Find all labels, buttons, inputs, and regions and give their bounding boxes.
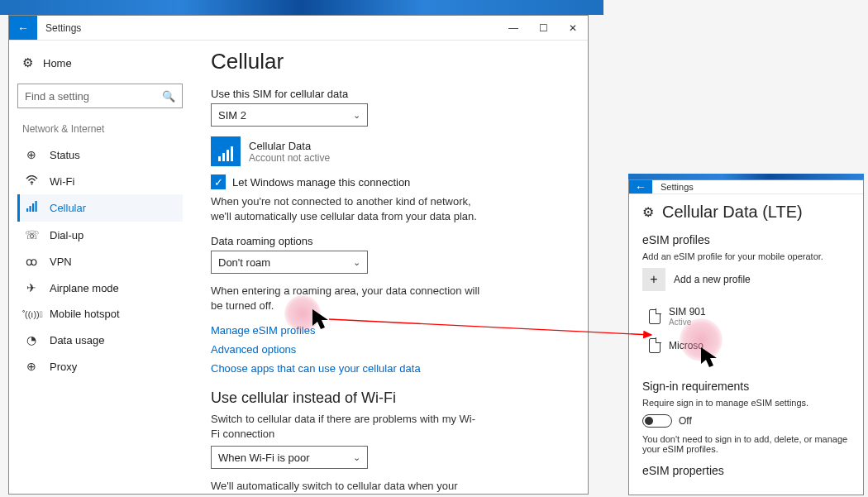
gear-icon: ⚙ — [642, 204, 654, 220]
toggle-label: Off — [679, 415, 692, 427]
chevron-down-icon: ⌄ — [353, 110, 360, 121]
sidebar-item-status[interactable]: ⊕ Status — [17, 141, 183, 168]
help-text: When entering a roaming area, your data … — [211, 284, 484, 313]
back-button[interactable]: ← — [9, 16, 37, 40]
minimize-button[interactable]: — — [498, 16, 528, 40]
link-manage-esim[interactable]: Manage eSIM profiles — [211, 324, 568, 337]
esim-profile-row[interactable]: SIM 901 Active — [642, 303, 850, 335]
sidebar-item-datausage[interactable]: ◔ Data usage — [17, 327, 183, 353]
chevron-down-icon: ⌄ — [353, 257, 360, 268]
cellular-icon — [25, 201, 38, 215]
sim-icon — [649, 338, 661, 353]
wifi-icon — [25, 174, 38, 188]
sim-icon — [649, 309, 661, 324]
content-pane: Cellular Use this SIM for cellular data … — [191, 41, 588, 494]
sidebar-item-label: Wi-Fi — [50, 175, 74, 188]
plus-icon: + — [642, 268, 665, 291]
sidebar-item-label: Mobile hotspot — [50, 308, 120, 320]
checkbox-label: Let Windows manage this connection — [232, 176, 410, 189]
signal-icon — [211, 136, 241, 166]
roaming-select-value: Don't roam — [218, 256, 270, 269]
esim-settings-window: ← Settings ⚙ Cellular Data (LTE) eSIM pr… — [628, 179, 864, 495]
sidebar-item-label: VPN — [50, 256, 72, 268]
sidebar-item-dialup[interactable]: ☏ Dial-up — [17, 222, 183, 248]
sidebar-item-wifi[interactable]: Wi-Fi — [17, 168, 183, 194]
sidebar-item-airplane[interactable]: ✈ Airplane mode — [17, 275, 183, 301]
field-label: Switch to cellular data if there are pro… — [211, 412, 484, 441]
sim-select-value: SIM 2 — [218, 109, 246, 122]
window-title: Settings — [37, 22, 81, 34]
sidebar-item-label: Dial-up — [50, 229, 83, 241]
search-icon: 🔍 — [162, 90, 175, 103]
sidebar-item-label: Cellular — [50, 202, 86, 214]
chevron-down-icon: ⌄ — [353, 452, 360, 463]
esim-profile-name: SIM 901 — [669, 306, 706, 318]
sim-select-label: Use this SIM for cellular data — [211, 88, 568, 100]
datausage-icon: ◔ — [25, 333, 38, 346]
page-heading: ⚙ Cellular Data (LTE) — [642, 203, 850, 222]
svg-rect-1 — [26, 208, 28, 212]
help-text: You don't need to sign in to add, delete… — [642, 434, 850, 454]
esim-profile-row[interactable]: Microso — [642, 335, 850, 361]
vpn-icon: ꝏ — [25, 255, 38, 268]
page-heading: Cellular — [211, 49, 568, 74]
section-heading: eSIM profiles — [642, 233, 850, 246]
gear-icon: ⚙ — [22, 55, 33, 70]
sidebar-item-proxy[interactable]: ⊕ Proxy — [17, 353, 183, 380]
sidebar-item-hotspot[interactable]: 〬((ı))〬 Mobile hotspot — [17, 301, 183, 327]
proxy-icon: ⊕ — [25, 360, 38, 373]
sidebar-item-label: Proxy — [50, 361, 77, 373]
desktop-wallpaper-strip — [0, 0, 603, 15]
link-choose-apps[interactable]: Choose apps that can use your cellular d… — [211, 362, 568, 375]
help-text: Require sign in to manage eSIM settings. — [642, 398, 850, 408]
airplane-icon: ✈ — [25, 281, 38, 294]
sidebar-item-label: Home — [43, 57, 72, 69]
sidebar-section-label: Network & Internet — [17, 120, 183, 141]
close-button[interactable]: ✕ — [558, 16, 588, 40]
esim-profile-name: Microso — [669, 340, 703, 351]
section-heading: Use cellular instead of Wi-Fi — [211, 389, 568, 407]
window-title: Settings — [652, 182, 694, 192]
sidebar-item-home[interactable]: ⚙ Home — [17, 49, 183, 77]
sidebar-item-label: Data usage — [50, 334, 105, 346]
wifi-fallback-value: When Wi-Fi is poor — [218, 452, 310, 464]
titlebar: ← Settings — ☐ ✕ — [9, 16, 588, 41]
content-pane: ⚙ Cellular Data (LTE) eSIM profiles Add … — [629, 194, 863, 495]
sidebar-item-vpn[interactable]: ꝏ VPN — [17, 248, 183, 275]
sidebar-item-cellular[interactable]: Cellular — [17, 194, 183, 222]
cellular-data-tile[interactable]: Cellular Data Account not active — [211, 136, 568, 166]
cellular-data-status: Account not active — [249, 152, 330, 164]
svg-point-0 — [31, 184, 32, 185]
svg-rect-4 — [36, 201, 37, 212]
search-input[interactable]: Find a setting 🔍 — [17, 84, 183, 108]
svg-rect-3 — [32, 203, 34, 212]
sim-select[interactable]: SIM 2 ⌄ — [211, 103, 368, 127]
maximize-button[interactable]: ☐ — [528, 16, 558, 40]
titlebar: ← Settings — [629, 180, 863, 194]
help-text: When you're not connected to another kin… — [211, 194, 484, 223]
status-icon: ⊕ — [25, 148, 38, 161]
wifi-fallback-select[interactable]: When Wi-Fi is poor ⌄ — [211, 446, 368, 469]
section-heading: eSIM properties — [642, 464, 850, 477]
section-heading: Sign-in requirements — [642, 380, 850, 393]
checkbox-checked-icon: ✓ — [211, 174, 226, 189]
manage-connection-checkbox[interactable]: ✓ Let Windows manage this connection — [211, 174, 568, 189]
help-text: Add an eSIM profile for your mobile oper… — [642, 251, 850, 261]
signin-toggle[interactable] — [642, 414, 672, 428]
back-button[interactable]: ← — [629, 180, 652, 194]
esim-profile-status: Active — [669, 318, 706, 327]
link-advanced-options[interactable]: Advanced options — [211, 343, 568, 356]
help-text: We'll automatically switch to cellular d… — [211, 479, 484, 494]
roaming-select[interactable]: Don't roam ⌄ — [211, 251, 368, 274]
sidebar: ⚙ Home Find a setting 🔍 Network & Intern… — [9, 41, 191, 494]
settings-window: ← Settings — ☐ ✕ ⚙ Home Find a setting 🔍… — [8, 15, 589, 495]
svg-rect-2 — [30, 206, 31, 212]
sidebar-item-label: Status — [50, 149, 80, 161]
sidebar-item-label: Airplane mode — [50, 282, 119, 294]
roaming-select-label: Data roaming options — [211, 235, 568, 247]
search-placeholder: Find a setting — [25, 90, 89, 103]
cellular-data-title: Cellular Data — [249, 140, 330, 152]
add-profile-button[interactable]: + Add a new profile — [642, 268, 850, 291]
hotspot-icon: 〬((ı))〬 — [25, 309, 38, 319]
dialup-icon: ☏ — [25, 228, 38, 241]
